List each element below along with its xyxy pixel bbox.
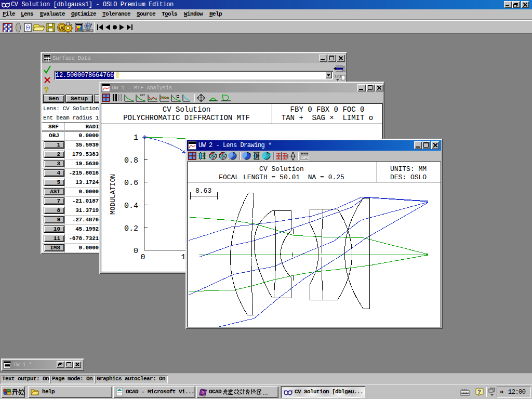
svg-text:POLYCHROMATIC DIFFRACTION MTF: POLYCHROMATIC DIFFRACTION MTF bbox=[123, 114, 250, 122]
svg-text:0.6: 0.6 bbox=[124, 179, 138, 188]
svg-text:0.2: 0.2 bbox=[124, 224, 138, 233]
svg-text:UNITS: MM: UNITS: MM bbox=[390, 165, 427, 173]
svg-text:DES: OSLO: DES: OSLO bbox=[390, 174, 427, 181]
svg-text:MODULATION: MODULATION bbox=[109, 174, 117, 215]
svg-text:FBY 0 FBX 0 FOC 0: FBY 0 FBX 0 FOC 0 bbox=[290, 105, 365, 114]
svg-text:CV Solution: CV Solution bbox=[259, 165, 304, 173]
svg-text:CV Solution: CV Solution bbox=[163, 105, 210, 114]
svg-text:0.4: 0.4 bbox=[124, 202, 138, 210]
svg-text:TAN + SAG × LIMIT o: TAN + SAG × LIMIT o bbox=[282, 114, 373, 122]
svg-text:?: ? bbox=[477, 389, 481, 395]
svg-text:?: ? bbox=[44, 85, 49, 94]
svg-text:8.63: 8.63 bbox=[195, 187, 211, 195]
svg-text:0: 0 bbox=[134, 247, 138, 256]
svg-text:0.8: 0.8 bbox=[124, 156, 138, 165]
svg-text:1: 1 bbox=[134, 134, 138, 142]
svg-text:5: 5 bbox=[249, 152, 251, 156]
svg-text:FOCAL LENGTH = 50.01 NA = 0.2: FOCAL LENGTH = 50.01 NA = 0.25 bbox=[219, 174, 344, 181]
svg-text:FFT: FFT bbox=[140, 94, 145, 97]
svg-text:0: 0 bbox=[140, 253, 145, 262]
svg-text:123: 123 bbox=[334, 74, 341, 78]
svg-text:OPC: OPC bbox=[301, 155, 310, 160]
